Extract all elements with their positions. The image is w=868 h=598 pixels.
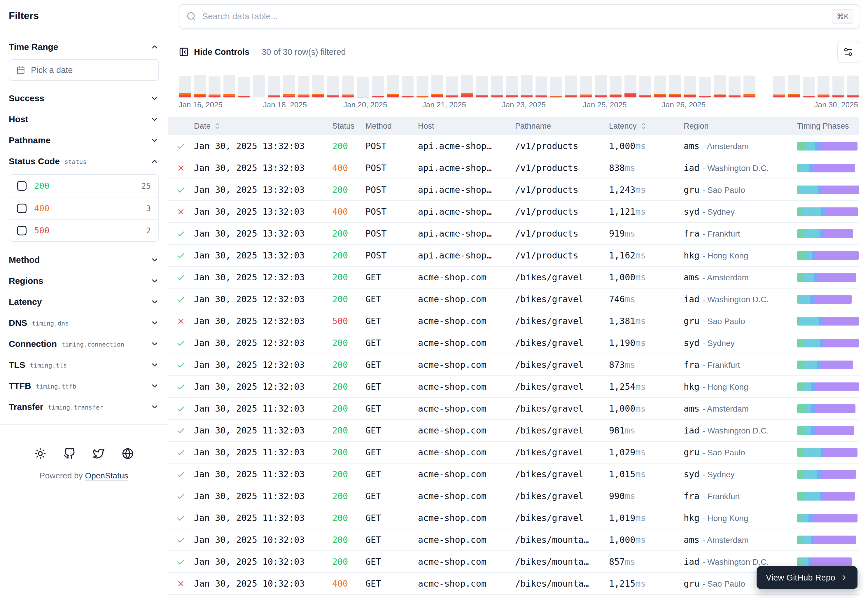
chart-bar[interactable]	[312, 75, 324, 97]
chart-bar[interactable]	[550, 75, 562, 97]
sidebar-section-dns[interactable]: DNStiming.dns	[9, 312, 159, 333]
table-row[interactable]: Jan 30, 2025 12:32:03200GETacme-shop.com…	[168, 376, 859, 398]
status-option-200[interactable]: 20025	[9, 175, 158, 197]
table-row[interactable]: Jan 30, 2025 11:32:03200GETacme-shop.com…	[168, 485, 859, 507]
sidebar-section-tls[interactable]: TLStiming.tls	[9, 354, 159, 375]
chart-bar[interactable]	[565, 75, 577, 97]
table-row[interactable]: Jan 30, 2025 10:32:03400GETacme-shop.com…	[168, 573, 859, 595]
table-row[interactable]: Jan 30, 2025 13:32:03200POSTapi.acme-sho…	[168, 135, 859, 157]
column-header-latency[interactable]: Latency	[609, 122, 684, 131]
table-row[interactable]: Jan 30, 2025 12:32:03500GETacme-shop.com…	[168, 310, 859, 332]
chart-bar[interactable]	[654, 75, 666, 97]
hide-controls-button[interactable]: Hide Controls	[179, 47, 249, 57]
table-row[interactable]: Jan 30, 2025 11:32:03200GETacme-shop.com…	[168, 420, 859, 442]
chart-bar[interactable]	[327, 75, 339, 97]
status-option-500[interactable]: 5002	[9, 219, 158, 241]
sidebar-section-success[interactable]: Success	[9, 88, 159, 109]
table-row[interactable]: Jan 30, 2025 12:32:03200GETacme-shop.com…	[168, 332, 859, 354]
table-row[interactable]: Jan 30, 2025 11:32:03200GETacme-shop.com…	[168, 442, 859, 463]
chart-bar[interactable]	[446, 75, 458, 97]
table-row[interactable]: Jan 30, 2025 13:32:03200POSTapi.acme-sho…	[168, 245, 859, 267]
chart-bar[interactable]	[223, 75, 235, 97]
table-row[interactable]: Jan 30, 2025 11:32:03200GETacme-shop.com…	[168, 463, 859, 485]
chart-bar[interactable]	[357, 75, 369, 97]
table-row[interactable]: Jan 30, 2025 13:32:03400POSTapi.acme-sho…	[168, 201, 859, 223]
chart-bar[interactable]	[758, 75, 770, 97]
view-github-repo-button[interactable]: View GitHub Repo	[757, 566, 858, 589]
checkbox[interactable]	[17, 181, 27, 191]
table-row[interactable]: Jan 30, 2025 11:32:03200GETacme-shop.com…	[168, 398, 859, 420]
sidebar-section-regions[interactable]: Regions	[9, 271, 159, 292]
openstatus-link[interactable]: OpenStatus	[85, 471, 128, 480]
chart-bar[interactable]	[624, 75, 636, 97]
table-row[interactable]: Jan 30, 2025 12:32:03200GETacme-shop.com…	[168, 354, 859, 376]
chart-bar[interactable]	[847, 75, 859, 97]
table-row[interactable]: Jan 30, 2025 10:32:03200GETacme-shop.com…	[168, 595, 859, 598]
chart-bar[interactable]	[817, 75, 829, 97]
chart-bar[interactable]	[610, 75, 621, 97]
checkbox[interactable]	[17, 203, 27, 213]
column-header-date[interactable]: Date	[194, 122, 332, 131]
sidebar-section-status-code[interactable]: Status Codestatus	[9, 151, 159, 172]
chart-bar[interactable]	[431, 75, 443, 97]
table-row[interactable]: Jan 30, 2025 13:32:03400POSTapi.acme-sho…	[168, 157, 859, 179]
chart-bar[interactable]	[194, 75, 206, 97]
chart-bar[interactable]	[580, 75, 592, 97]
view-options-button[interactable]	[837, 41, 859, 63]
sidebar-section-transfer[interactable]: Transfertiming.transfer	[9, 396, 159, 417]
table-row[interactable]: Jan 30, 2025 13:32:03200POSTapi.acme-sho…	[168, 179, 859, 201]
chart-bar[interactable]	[669, 75, 681, 97]
chart-bar[interactable]	[461, 75, 473, 97]
checkbox[interactable]	[17, 226, 27, 235]
sidebar-section-method[interactable]: Method	[9, 250, 159, 271]
chart-bar[interactable]	[832, 75, 844, 97]
chart-bar[interactable]	[417, 75, 429, 97]
chart-bar[interactable]	[402, 75, 414, 97]
sidebar-section-connection[interactable]: Connectiontiming.connection	[9, 333, 159, 354]
table-row[interactable]: Jan 30, 2025 10:32:03200GETacme-shop.com…	[168, 529, 859, 551]
chart-bar[interactable]	[253, 75, 265, 97]
chart-bar[interactable]	[535, 75, 547, 97]
section-label: Host	[9, 114, 28, 124]
table-row[interactable]: Jan 30, 2025 10:32:03200GETacme-shop.com…	[168, 551, 859, 573]
sun-button[interactable]	[34, 448, 46, 459]
globe-button[interactable]	[122, 448, 134, 459]
table-row[interactable]: Jan 30, 2025 12:32:03200GETacme-shop.com…	[168, 289, 859, 310]
chart-bar[interactable]	[491, 75, 503, 97]
twitter-button[interactable]	[93, 448, 105, 459]
chart-bar[interactable]	[699, 75, 711, 97]
chart-bar[interactable]	[773, 75, 785, 97]
chart-bar[interactable]	[298, 75, 310, 97]
chart-bar[interactable]	[803, 75, 815, 97]
github-button[interactable]	[64, 448, 75, 459]
sidebar-section-pathname[interactable]: Pathname	[9, 130, 159, 151]
sidebar-section-time-range[interactable]: Time Range	[9, 36, 159, 57]
search-input[interactable]	[202, 11, 826, 22]
sidebar-section-latency[interactable]: Latency	[9, 292, 159, 312]
chart-bar[interactable]	[238, 75, 250, 97]
chart-bar[interactable]	[714, 75, 726, 97]
chart-bar[interactable]	[788, 75, 800, 97]
sidebar-section-ttfb[interactable]: TTFBtiming.ttfb	[9, 375, 159, 396]
chart-bar[interactable]	[506, 75, 518, 97]
chart-bar[interactable]	[595, 75, 607, 97]
chart-bar[interactable]	[342, 75, 354, 97]
chart-bar[interactable]	[639, 75, 651, 97]
chart-bar[interactable]	[209, 75, 221, 97]
chart-bar[interactable]	[283, 75, 295, 97]
chart-bar[interactable]	[729, 75, 741, 97]
table-row[interactable]: Jan 30, 2025 11:32:03200GETacme-shop.com…	[168, 507, 859, 529]
table-row[interactable]: Jan 30, 2025 13:32:03200POSTapi.acme-sho…	[168, 223, 859, 245]
chart-bar[interactable]	[744, 75, 755, 97]
chart-bar[interactable]	[179, 75, 191, 97]
chart-bar[interactable]	[387, 75, 399, 97]
chart-bar[interactable]	[684, 75, 696, 97]
chart-bar[interactable]	[476, 75, 488, 97]
sidebar-section-host[interactable]: Host	[9, 109, 159, 130]
chart-bar[interactable]	[268, 75, 280, 97]
date-picker[interactable]: Pick a date	[9, 59, 159, 81]
table-row[interactable]: Jan 30, 2025 12:32:03200GETacme-shop.com…	[168, 267, 859, 289]
chart-bar[interactable]	[521, 75, 533, 97]
chart-bar[interactable]	[372, 75, 384, 97]
status-option-400[interactable]: 4003	[9, 197, 158, 219]
